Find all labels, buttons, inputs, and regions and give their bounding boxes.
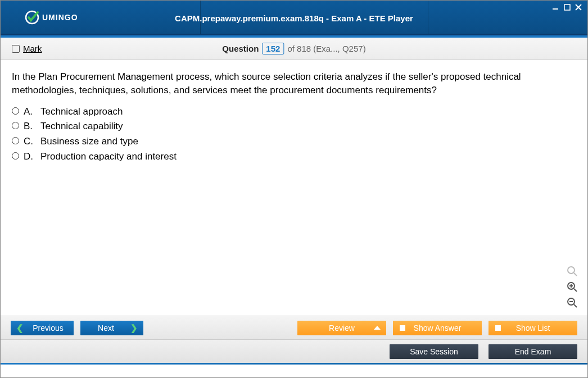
save-session-label: Save Session <box>410 347 458 356</box>
mark-label: Mark <box>23 44 42 53</box>
option-text: Business size and type <box>40 135 138 148</box>
title-separator <box>428 1 428 34</box>
mark-checkbox[interactable] <box>12 45 20 53</box>
end-exam-label: End Exam <box>515 347 551 356</box>
review-button[interactable]: Review <box>297 321 386 335</box>
radio-icon[interactable] <box>12 122 19 129</box>
save-session-button[interactable]: Save Session <box>390 344 478 359</box>
window-controls <box>551 3 583 12</box>
zoom-in-icon[interactable] <box>566 281 578 293</box>
option-text: Production capacity and interest <box>40 150 177 163</box>
brand-text: UMINGO <box>42 13 78 22</box>
option-text: Technical approach <box>40 105 123 119</box>
minimize-icon[interactable] <box>551 3 560 12</box>
stop-icon <box>495 325 501 331</box>
options-list: A. Technical approach B. Technical capab… <box>12 105 576 163</box>
bottom-divider <box>1 363 587 365</box>
radio-icon[interactable] <box>12 137 19 144</box>
question-header: Mark Question 152 of 818 (Exa..., Q257) <box>1 38 587 60</box>
svg-rect-1 <box>553 8 558 10</box>
svg-line-10 <box>574 304 577 307</box>
end-exam-button[interactable]: End Exam <box>489 344 577 359</box>
question-body: In the Plan Procurement Management proce… <box>1 60 587 316</box>
question-nav: Question 152 of 818 (Exa..., Q257) <box>222 43 365 54</box>
show-answer-label: Show Answer <box>414 324 462 333</box>
option-row[interactable]: A. Technical approach <box>12 105 576 119</box>
question-label: Question <box>222 44 259 53</box>
option-row[interactable]: C. Business size and type <box>12 135 576 148</box>
footer-secondary: Save Session End Exam <box>1 339 587 363</box>
show-answer-button[interactable]: Show Answer <box>393 321 482 335</box>
window-title: CAPM.prepaway.premium.exam.818q - Exam A… <box>175 13 413 23</box>
radio-icon[interactable] <box>12 107 19 115</box>
chevron-right-icon: ❯ <box>130 323 138 333</box>
stop-icon <box>400 325 405 331</box>
chevron-left-icon: ❮ <box>16 323 24 333</box>
option-letter: A. <box>24 105 36 119</box>
zoom-out-icon[interactable] <box>566 297 578 309</box>
next-label: Next <box>86 324 126 333</box>
maximize-icon[interactable] <box>563 3 572 12</box>
svg-line-6 <box>574 289 577 292</box>
triangle-up-icon <box>374 326 381 330</box>
question-of-text: of 818 (Exa..., Q257) <box>287 44 365 53</box>
logo-area: UMINGO <box>1 10 78 25</box>
option-letter: C. <box>24 135 36 148</box>
next-button[interactable]: Next ❯ <box>80 321 143 335</box>
option-letter: D. <box>24 150 36 163</box>
zoom-controls <box>566 265 578 309</box>
svg-point-3 <box>568 267 575 274</box>
option-letter: B. <box>24 120 36 133</box>
radio-icon[interactable] <box>12 152 19 160</box>
previous-label: Previous <box>28 324 68 333</box>
logo-icon <box>24 10 40 25</box>
previous-button[interactable]: ❮ Previous <box>11 321 74 335</box>
titlebar: UMINGO CAPM.prepaway.premium.exam.818q -… <box>1 1 587 35</box>
show-list-button[interactable]: Show List <box>489 321 577 335</box>
show-list-label: Show List <box>516 324 550 333</box>
footer-primary: ❮ Previous Next ❯ Review Show Answer Sho… <box>1 316 587 339</box>
mark-area[interactable]: Mark <box>12 44 42 53</box>
review-label: Review <box>329 324 355 333</box>
search-icon[interactable] <box>566 265 578 277</box>
question-text: In the Plan Procurement Management proce… <box>12 70 576 97</box>
close-icon[interactable] <box>574 3 583 12</box>
question-number[interactable]: 152 <box>262 43 284 54</box>
option-row[interactable]: D. Production capacity and interest <box>12 150 576 163</box>
svg-rect-2 <box>564 4 570 10</box>
option-text: Technical capability <box>40 120 123 133</box>
svg-line-4 <box>574 273 577 276</box>
option-row[interactable]: B. Technical capability <box>12 120 576 133</box>
